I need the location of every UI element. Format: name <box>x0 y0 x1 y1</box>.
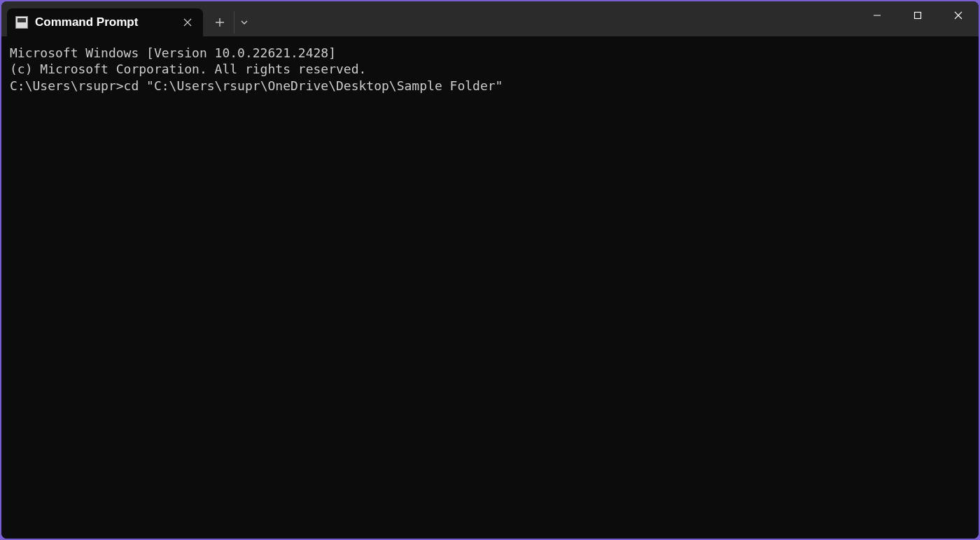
tab-title: Command Prompt <box>35 15 174 29</box>
tab-controls <box>203 8 253 36</box>
close-window-button[interactable] <box>938 1 979 29</box>
minimize-button[interactable] <box>857 1 897 29</box>
window-controls <box>857 1 979 29</box>
terminal-window: Command Prompt <box>1 1 979 539</box>
maximize-button[interactable] <box>897 1 938 29</box>
prompt-path: C:\Users\rsupr> <box>10 78 124 94</box>
svg-rect-0 <box>915 13 921 19</box>
command-input: cd "C:\Users\rsupr\OneDrive\Desktop\Samp… <box>124 78 503 94</box>
command-prompt-icon <box>15 16 28 29</box>
terminal-output[interactable]: Microsoft Windows [Version 10.0.22621.24… <box>1 36 979 539</box>
new-tab-button[interactable] <box>209 11 231 34</box>
tab-command-prompt[interactable]: Command Prompt <box>7 8 203 36</box>
output-line: Microsoft Windows [Version 10.0.22621.24… <box>10 45 970 61</box>
tab-area: Command Prompt <box>1 1 253 36</box>
tab-dropdown-button[interactable] <box>234 11 253 34</box>
close-tab-button[interactable] <box>181 15 195 29</box>
output-line: (c) Microsoft Corporation. All rights re… <box>10 61 970 77</box>
title-bar: Command Prompt <box>1 1 979 36</box>
prompt-line: C:\Users\rsupr>cd "C:\Users\rsupr\OneDri… <box>10 78 970 94</box>
